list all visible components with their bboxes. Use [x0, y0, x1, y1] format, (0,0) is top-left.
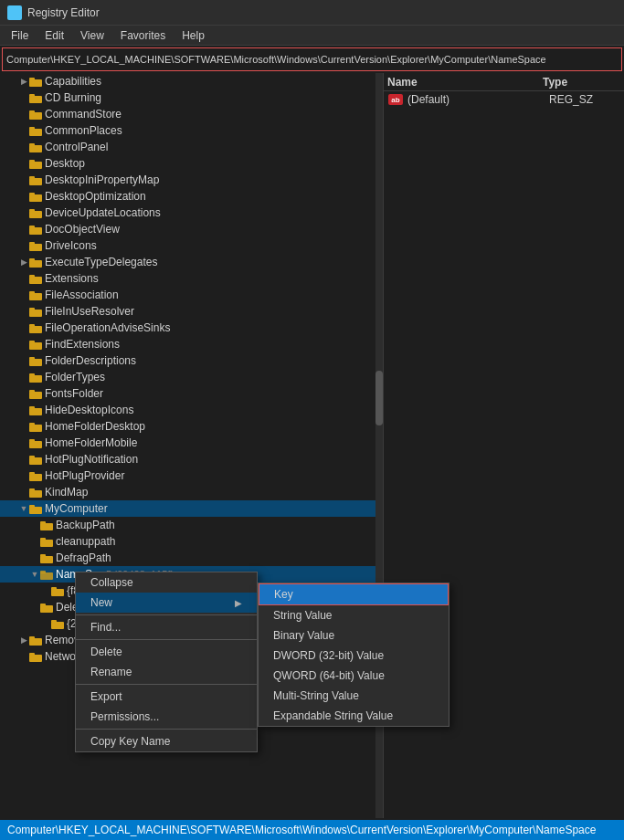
ctx-collapse[interactable]: Collapse	[76, 572, 257, 593]
tree-item-findextensions[interactable]: ▶ FindExtensions	[0, 336, 383, 352]
folder-icon	[29, 503, 42, 514]
submenu-qword-value[interactable]: QWORD (64-bit) Value	[259, 666, 449, 686]
svg-rect-57	[29, 505, 35, 508]
right-pane-header: Name Type	[384, 73, 624, 91]
col-name: Name	[387, 76, 543, 89]
svg-rect-69	[40, 604, 46, 606]
tree-item-label: DeviceUpdateLocations	[45, 206, 161, 219]
submenu-key[interactable]: Key	[259, 583, 449, 605]
folder-icon	[40, 602, 53, 613]
tree-item-defragpath[interactable]: ▶ DefragPath	[0, 550, 383, 566]
tree-item-hotplugprovider[interactable]: ▶ HotPlugProvider	[0, 467, 383, 484]
tree-arrow: ▶	[18, 76, 29, 87]
tree-item-homefolderdesktop[interactable]: ▶ HomeFolderDesktop	[0, 418, 383, 435]
svg-rect-11	[29, 127, 35, 130]
submenu-binary-value[interactable]: Binary Value	[259, 625, 449, 646]
tree-item-fileinuseresolver[interactable]: ▶ FileInUseResolver	[0, 303, 383, 320]
svg-rect-36	[29, 342, 42, 350]
svg-rect-52	[29, 474, 42, 481]
menu-edit[interactable]: Edit	[37, 27, 71, 44]
submenu-multistring-value[interactable]: Multi-String Value	[259, 686, 449, 706]
menu-view[interactable]: View	[73, 27, 111, 44]
tree-item-cdburning[interactable]: ▶ CD Burning	[0, 89, 383, 106]
tree-item-label: FileOperationAdviseSinks	[45, 321, 170, 334]
ctx-delete[interactable]: Delete	[76, 642, 257, 662]
svg-rect-51	[29, 456, 35, 458]
folder-icon	[29, 174, 42, 185]
submenu-arrow: ▶	[235, 598, 242, 608]
tree-item-desktop[interactable]: ▶ Desktop	[0, 155, 383, 172]
tree-item-label: HideDesktopIcons	[45, 404, 133, 416]
svg-rect-44	[29, 408, 42, 415]
tree-item-label: MyComputer	[45, 502, 108, 515]
tree-item-extensions[interactable]: ▶ Extensions	[0, 270, 383, 287]
right-pane-row[interactable]: ab (Default) REG_SZ	[384, 91, 624, 108]
tree-item-desktopoptimization[interactable]: ▶ DesktopOptimization	[0, 188, 383, 205]
svg-rect-75	[29, 653, 35, 656]
tree-item-homefoldermobile[interactable]: ▶ HomeFolderMobile	[0, 435, 383, 451]
tree-item-executetypedelegates[interactable]: ▶ ExecuteTypeDelegates	[0, 254, 383, 270]
svg-rect-72	[29, 638, 42, 646]
menu-help[interactable]: Help	[175, 27, 212, 44]
tree-item-fileassociation[interactable]: ▶ FileAssociation	[0, 287, 383, 303]
ctx-export[interactable]: Export	[76, 687, 257, 707]
svg-rect-41	[29, 373, 35, 376]
svg-rect-8	[29, 112, 42, 120]
tree-item-deviceupdatelocations[interactable]: ▶ DeviceUpdateLocations	[0, 205, 383, 221]
tree-item-docobjectview[interactable]: ▶ DocObjectView	[0, 221, 383, 237]
tree-item-desktopinipropertymap[interactable]: ▶ DesktopIniPropertyMap	[0, 172, 383, 188]
submenu-dword-value[interactable]: DWORD (32-bit) Value	[259, 646, 449, 666]
submenu-expandable-string-value[interactable]: Expandable String Value	[259, 706, 449, 726]
menu-favorites[interactable]: Favorites	[113, 27, 173, 44]
ctx-find[interactable]: Find...	[76, 617, 257, 637]
tree-item-label: DocObjectView	[45, 223, 120, 236]
tree-item-label: CD Burning	[45, 91, 101, 104]
tree-item-label: DefragPath	[56, 551, 111, 564]
folder-icon	[29, 125, 42, 136]
folder-icon	[29, 109, 42, 120]
svg-rect-62	[40, 556, 53, 563]
svg-rect-14	[29, 162, 42, 169]
tree-item-hidedesktopicons[interactable]: ▶ HideDesktopIcons	[0, 402, 383, 418]
submenu-string-value[interactable]: String Value	[259, 605, 449, 625]
tree-item-backuppath[interactable]: ▶ BackupPath	[0, 517, 383, 533]
tree-item-hotplugnotification[interactable]: ▶ HotPlugNotification	[0, 451, 383, 467]
tree-item-label: HotPlugNotification	[45, 453, 138, 466]
menu-file[interactable]: File	[4, 27, 36, 44]
ctx-permissions[interactable]: Permissions...	[76, 707, 257, 727]
tree-item-label: BackupPath	[56, 519, 115, 531]
tree-item-controlpanel[interactable]: ▶ ControlPanel	[0, 139, 383, 155]
ctx-rename[interactable]: Rename	[76, 662, 257, 682]
scrollbar-thumb[interactable]	[375, 371, 383, 425]
tree-arrow: ▶	[18, 257, 29, 268]
tree-item-commandstore[interactable]: ▶ CommandStore	[0, 106, 383, 122]
address-bar[interactable]: Computer\HKEY_LOCAL_MACHINE\SOFTWARE\Mic…	[2, 47, 622, 71]
tree-item-mycomputer[interactable]: ▼ MyComputer	[0, 500, 383, 517]
folder-icon	[29, 322, 42, 333]
tree-item-label: FolderDescriptions	[45, 354, 136, 367]
svg-rect-58	[40, 523, 53, 530]
ctx-new[interactable]: New ▶	[76, 593, 257, 613]
tree-item-fontsfolder[interactable]: ▶ FontsFolder	[0, 385, 383, 402]
svg-rect-24	[29, 244, 42, 251]
tree-item-folderdescriptions[interactable]: ▶ FolderDescriptions	[0, 352, 383, 369]
tree-item-kindmap[interactable]: ▶ KindMap	[0, 484, 383, 500]
svg-rect-47	[29, 423, 35, 425]
right-pane-row-name: (Default)	[407, 93, 549, 106]
tree-item-fileoperationadvisesinks[interactable]: ▶ FileOperationAdviseSinks	[0, 320, 383, 336]
svg-rect-3	[16, 14, 20, 18]
tree-item-commonplaces[interactable]: ▶ CommonPlaces	[0, 122, 383, 139]
svg-rect-0	[9, 7, 14, 12]
tree-item-label: Extensions	[45, 272, 99, 285]
svg-rect-23	[29, 226, 35, 228]
svg-rect-42	[29, 392, 42, 399]
tree-item-driveicons[interactable]: ▶ DriveIcons	[0, 237, 383, 254]
tree-item-foldertypes[interactable]: ▶ FolderTypes	[0, 369, 383, 385]
tree-item-label: FileAssociation	[45, 289, 119, 301]
svg-rect-2	[9, 14, 14, 18]
tree-item-cleanuppath[interactable]: ▶ cleanuppath	[0, 533, 383, 550]
ctx-copy-key-name[interactable]: Copy Key Name	[76, 731, 257, 751]
folder-icon	[29, 651, 42, 662]
tree-item-capabilities[interactable]: ▶ Capabilities	[0, 73, 383, 89]
tree-item-label: HomeFolderDesktop	[45, 420, 145, 433]
